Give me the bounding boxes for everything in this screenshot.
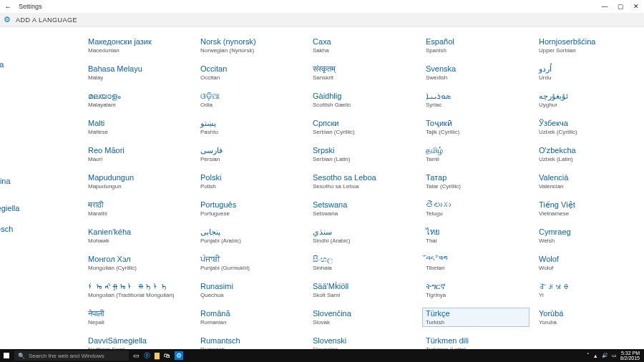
language-item[interactable]: Reo MāoriMaori [84,145,192,164]
language-item[interactable]: TürkçeTurkish [422,308,530,327]
language-item[interactable]: MapudungunMapudungun [84,172,192,191]
language-item[interactable]: മലയാളംMalayalam [84,90,192,109]
language-item[interactable]: GàidhligScottish Gaelic [309,90,416,109]
tray-volume-icon[interactable]: 🔊 [602,353,608,358]
language-item[interactable]: ꆈꌠꁱꂷYi [535,280,643,300]
language-item[interactable]: ئۇيغۇرچەUyghur [535,90,643,109]
language-item[interactable]: मराठीMarathi [84,199,192,218]
minimize-button[interactable]: — [597,3,613,10]
language-item[interactable]: uergeschurgish [0,223,84,243]
back-button[interactable]: ← [1,3,14,11]
tray-action-center-icon[interactable]: ▭ [612,353,617,358]
language-native-name: DavviSámegiella [88,336,188,346]
edge-icon[interactable]: ⓔ [144,351,150,361]
language-item[interactable]: SetswanaSetswana [309,199,416,218]
language-native-name: ܣܘܪܝܝܐ [426,92,526,101]
language-item[interactable] [0,152,84,156]
language-item[interactable]: ᠮᠣᠩᠭᠣᠯ ᠬᠡᠯᠡMongolian (Traditional Mongol… [84,280,192,300]
language-native-name: Tiếng Việt [539,200,639,210]
language-item[interactable]: Türkmen diliTurkmen (Latin) [422,335,530,349]
file-explorer-icon[interactable]: ▇ [155,352,160,359]
language-item[interactable]: EspañolSpanish [422,36,530,55]
taskbar-clock[interactable]: 5:32 PM 8/2/2015 [620,351,640,361]
close-button[interactable]: ✕ [628,3,644,10]
language-item[interactable]: СахаSakha [309,36,416,55]
language-item[interactable]: ЎзбекчаUzbek (Cyrillic) [535,117,643,137]
language-native-name: íli [0,87,81,97]
language-item[interactable] [0,36,84,39]
language-item[interactable] [0,141,84,145]
language-column: wandabílierbščinalanSámegiellauergeschur… [0,36,84,250]
language-item[interactable] [0,47,84,51]
language-item[interactable]: íli [0,86,84,99]
language-item[interactable]: සිංහලSinhala [309,253,416,273]
language-item[interactable]: СрпскиSerbian (Cyrillic) [309,117,416,137]
language-item[interactable]: తెలుగుTelugu [422,199,530,218]
language-item[interactable]: ไทยThai [422,226,530,245]
language-item[interactable]: ТатарTatar (Cyrillic) [422,172,530,191]
language-item[interactable] [0,118,84,122]
language-item[interactable]: Kanien'kéhaMohawk [84,226,192,245]
start-button[interactable] [0,349,13,362]
language-item[interactable]: SlovenskiSlovenian [309,335,416,349]
language-item[interactable]: ਪੰਜਾਬੀPunjabi (Gurmukhi) [197,253,304,273]
language-item[interactable]: ትግርኛTigrinya [422,280,530,300]
language-item[interactable]: RumantschRomansh [197,335,304,349]
language-item[interactable] [0,164,84,167]
language-item[interactable]: Sámegiella [0,202,84,215]
language-item[interactable]: سنڌيSindhi (Arabic) [309,226,416,245]
language-english-name: Scottish Gaelic [313,102,413,108]
language-native-name: uergesch [0,225,81,234]
language-item[interactable]: SlovenčinaSlovak [309,308,416,327]
language-item[interactable]: தமிழ்Tamil [422,145,530,164]
language-item[interactable]: Bahasa MelayuMalay [84,63,192,82]
language-item[interactable]: PortuguêsPortuguese [197,199,304,218]
language-english-name: Punjabi (Arabic) [200,238,301,244]
tray-chevron-icon[interactable]: ˄ [587,353,590,358]
language-native-name: Монгол Хэл [88,255,188,264]
language-item[interactable]: संस्कृतम्Sanskrit [309,63,416,82]
language-item[interactable]: PolskiPolish [197,172,304,191]
language-item[interactable]: ValenciàValencian [535,172,643,191]
taskbar-search[interactable]: 🔍 Search the web and Windows [14,351,129,361]
language-item[interactable]: Sää'MǩiöllSkolt Sami [309,280,416,300]
language-item[interactable]: فارسىPersian [197,145,304,164]
language-item[interactable]: SvenskaSwedish [422,63,530,82]
language-item[interactable]: Македонски јазикMacedonian [84,36,192,55]
language-item[interactable]: བོད་ཡིགTibetan [422,253,530,273]
store-icon[interactable]: 🛍 [164,352,170,359]
language-item[interactable]: MaltiMaltese [84,117,192,137]
language-item[interactable]: RunasimiQuechua [197,280,304,300]
language-item[interactable]: wandab [0,59,84,78]
language-item[interactable]: Norsk (nynorsk)Norwegian (Nynorsk) [197,36,304,55]
language-item[interactable]: Монгол ХэлMongolian (Cyrillic) [84,253,192,273]
language-item[interactable]: RomânăRomanian [197,308,304,327]
language-item[interactable]: ТоҷикӣTajik (Cyrillic) [422,117,530,137]
language-item[interactable]: WolofWolof [535,253,643,273]
language-item[interactable]: erbščinalan [0,175,84,195]
language-column: Македонски јазикMacedonianBahasa MelayuM… [84,36,192,349]
tray-network-icon[interactable]: ▲ [593,353,598,358]
task-view-icon[interactable]: ▭ [133,352,140,359]
maximize-button[interactable]: ▢ [613,3,628,10]
language-item[interactable]: ܣܘܪܝܝܐSyriac [422,90,530,109]
language-item[interactable]: Sesotho sa LeboaSesotho sa Leboa [309,172,416,191]
settings-app-icon[interactable]: ⚙ [175,351,183,360]
language-item[interactable]: SrpskiSerbian (Latin) [309,145,416,164]
language-item[interactable]: پنجابیPunjabi (Arabic) [197,226,304,245]
language-item[interactable]: HornjoserbšćinaUpper Sorbian [535,36,643,55]
language-item[interactable]: O'zbekchaUzbek (Latin) [535,145,643,164]
language-item[interactable]: OccitanOccitan [197,63,304,82]
language-item[interactable]: پښتوPashto [197,117,304,137]
language-item[interactable]: CymraegWelsh [535,226,643,245]
language-native-name: ትግርኛ [426,282,526,291]
language-item[interactable]: Tiếng ViệtVietnamese [535,199,643,218]
language-item[interactable]: नेपालीNepali [84,308,192,327]
language-item[interactable] [0,107,84,110]
language-item[interactable]: اُردوUrdu [535,63,643,82]
taskbar[interactable]: 🔍 Search the web and Windows ▭ ⓔ ▇ 🛍 ⚙ ˄… [0,349,644,362]
language-item[interactable]: ଓଡ଼ିଆOdia [197,90,304,109]
language-item[interactable]: YorùbáYoruba [535,308,643,327]
language-item[interactable]: DavviSámegiellaNorthern Sami [84,335,192,349]
language-item[interactable] [0,129,84,133]
